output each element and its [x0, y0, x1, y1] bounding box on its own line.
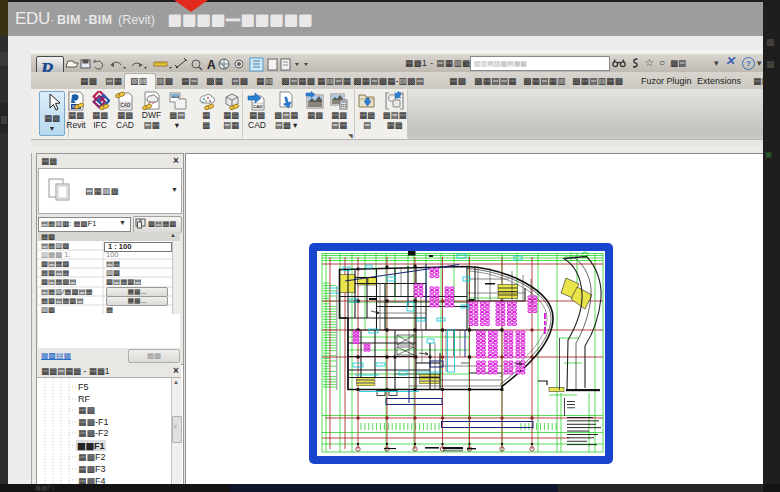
- svg-text:A: A: [207, 58, 216, 72]
- svg-text:CAD: CAD: [121, 103, 131, 108]
- svg-text:CAD: CAD: [253, 104, 262, 109]
